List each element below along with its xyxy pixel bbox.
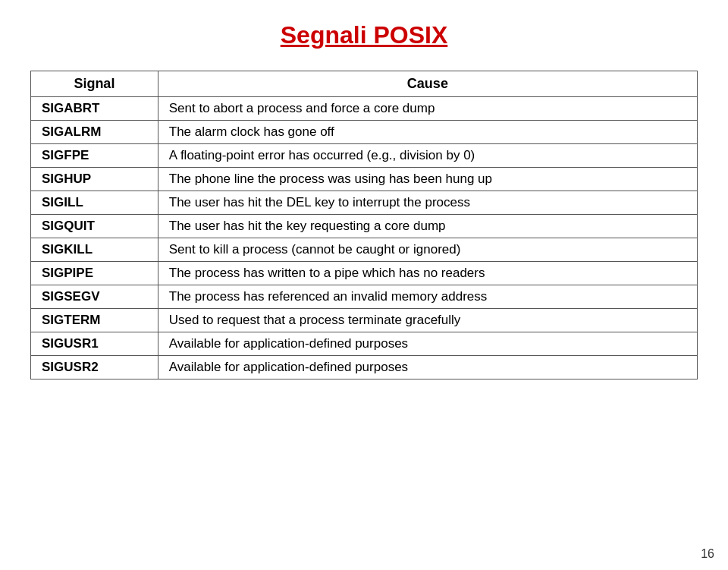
page-container: Segnali POSIX Signal Cause SIGABRTSent t… (0, 0, 728, 570)
signal-name-cell: SIGALRM (31, 121, 158, 144)
page-title: Segnali POSIX (281, 21, 448, 49)
signal-name-cell: SIGHUP (31, 168, 158, 191)
cause-cell: The user has hit the key requesting a co… (158, 215, 697, 238)
cause-cell: The user has hit the DEL key to interrup… (158, 191, 697, 215)
signal-name-cell: SIGUSR1 (31, 332, 158, 356)
table-row: SIGQUITThe user has hit the key requesti… (31, 215, 698, 238)
signal-name-cell: SIGQUIT (31, 215, 158, 238)
table-row: SIGPIPEThe process has written to a pipe… (31, 262, 698, 285)
page-number: 16 (701, 547, 714, 561)
table-row: SIGUSR1Available for application-defined… (31, 332, 698, 356)
cause-cell: Used to request that a process terminate… (158, 309, 697, 332)
signals-table: Signal Cause SIGABRTSent to abort a proc… (30, 71, 698, 379)
table-row: SIGHUPThe phone line the process was usi… (31, 168, 698, 191)
signal-name-cell: SIGUSR2 (31, 356, 158, 379)
signal-name-cell: SIGABRT (31, 97, 158, 121)
table-row: SIGKILLSent to kill a process (cannot be… (31, 238, 698, 262)
cause-cell: A floating-point error has occurred (e.g… (158, 144, 697, 168)
signal-name-cell: SIGPIPE (31, 262, 158, 285)
table-row: SIGALRMThe alarm clock has gone off (31, 121, 698, 144)
table-row: SIGTERMUsed to request that a process te… (31, 309, 698, 332)
table-row: SIGUSR2Available for application-defined… (31, 356, 698, 379)
col-header-signal: Signal (31, 71, 158, 97)
cause-cell: The phone line the process was using has… (158, 168, 697, 191)
cause-cell: The process has referenced an invalid me… (158, 285, 697, 309)
table-row: SIGSEGVThe process has referenced an inv… (31, 285, 698, 309)
col-header-cause: Cause (158, 71, 697, 97)
signal-name-cell: SIGSEGV (31, 285, 158, 309)
cause-cell: The process has written to a pipe which … (158, 262, 697, 285)
signal-name-cell: SIGTERM (31, 309, 158, 332)
table-row: SIGFPEA floating-point error has occurre… (31, 144, 698, 168)
cause-cell: Sent to kill a process (cannot be caught… (158, 238, 697, 262)
signal-name-cell: SIGFPE (31, 144, 158, 168)
cause-cell: Available for application-defined purpos… (158, 332, 697, 356)
table-row: SIGILLThe user has hit the DEL key to in… (31, 191, 698, 215)
cause-cell: The alarm clock has gone off (158, 121, 697, 144)
signal-name-cell: SIGILL (31, 191, 158, 215)
signal-name-cell: SIGKILL (31, 238, 158, 262)
cause-cell: Available for application-defined purpos… (158, 356, 697, 379)
table-row: SIGABRTSent to abort a process and force… (31, 97, 698, 121)
cause-cell: Sent to abort a process and force a core… (158, 97, 697, 121)
